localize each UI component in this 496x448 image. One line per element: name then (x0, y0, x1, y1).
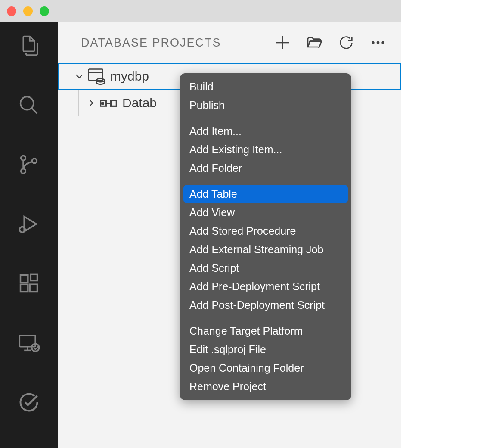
menu-item-remove-project[interactable]: Remove Project (180, 377, 351, 396)
svg-rect-14 (31, 274, 37, 280)
extensions-icon (18, 272, 40, 295)
menu-item-add-folder[interactable]: Add Folder (180, 159, 351, 177)
activity-source-control[interactable] (16, 152, 42, 177)
svg-point-23 (381, 41, 384, 44)
menu-separator (186, 318, 345, 318)
svg-line-1 (32, 108, 37, 114)
window-minimize-button[interactable] (23, 6, 33, 16)
menu-item-add-stored-procedure[interactable]: Add Stored Procedure (180, 222, 351, 240)
tree-project-label: mydbp (110, 69, 149, 84)
more-actions-button[interactable] (369, 34, 387, 51)
ellipsis-icon (369, 34, 387, 51)
tree-child-label: Datab (122, 96, 157, 110)
svg-point-3 (21, 169, 26, 174)
refresh-icon (338, 34, 355, 51)
window-maximize-button[interactable] (40, 6, 49, 16)
menu-separator (186, 118, 345, 118)
svg-point-4 (32, 159, 37, 163)
remote-icon (18, 332, 40, 354)
activity-remote[interactable] (16, 330, 42, 356)
refresh-button[interactable] (338, 34, 355, 51)
menu-item-add-existing-item[interactable]: Add Existing Item... (180, 140, 351, 159)
titlebar (0, 0, 401, 22)
panel-header: DATABASE PROJECTS (58, 22, 401, 63)
context-menu[interactable]: BuildPublishAdd Item...Add Existing Item… (180, 73, 351, 400)
menu-item-publish[interactable]: Publish (180, 96, 351, 115)
window-close-button[interactable] (7, 6, 16, 16)
svg-point-21 (372, 41, 375, 44)
menu-item-change-target-platform[interactable]: Change Target Platform (180, 322, 351, 340)
svg-rect-28 (111, 101, 117, 106)
menu-item-add-view[interactable]: Add View (180, 203, 351, 222)
panel-title: DATABASE PROJECTS (81, 36, 221, 50)
activity-search[interactable] (16, 92, 42, 118)
svg-point-22 (377, 41, 380, 44)
menu-item-build[interactable]: Build (180, 78, 351, 96)
run-debug-icon (18, 213, 40, 235)
app-window: DATABASE PROJECTS (0, 0, 401, 448)
reference-icon (99, 93, 118, 112)
activity-run-debug[interactable] (16, 211, 42, 237)
new-project-button[interactable] (274, 34, 291, 51)
files-icon (18, 34, 40, 57)
activity-extensions[interactable] (16, 271, 42, 296)
menu-item-add-item[interactable]: Add Item... (180, 122, 351, 140)
chevron-right-icon (85, 97, 97, 109)
svg-rect-11 (21, 275, 28, 283)
svg-point-2 (21, 156, 26, 160)
menu-item-open-containing-folder[interactable]: Open Containing Folder (180, 359, 351, 377)
activity-task[interactable] (16, 389, 42, 415)
svg-point-31 (102, 103, 103, 104)
menu-item-add-script[interactable]: Add Script (180, 259, 351, 277)
activity-bar (0, 22, 58, 448)
search-icon (18, 94, 40, 116)
menu-item-add-table[interactable]: Add Table (183, 185, 348, 203)
menu-separator (186, 181, 345, 181)
menu-item-add-post-deployment-script[interactable]: Add Post-Deployment Script (180, 296, 351, 314)
folder-open-icon (306, 34, 323, 51)
chevron-down-icon (73, 70, 85, 82)
source-control-icon (18, 153, 40, 176)
panel-actions (274, 34, 387, 51)
menu-item-edit-sqlproj-file[interactable]: Edit .sqlproj File (180, 340, 351, 359)
menu-item-add-pre-deployment-script[interactable]: Add Pre-Deployment Script (180, 277, 351, 296)
activity-explorer[interactable] (16, 33, 42, 59)
svg-rect-12 (21, 284, 28, 292)
database-project-icon (87, 67, 106, 86)
svg-point-0 (21, 97, 34, 110)
plus-icon (274, 34, 291, 51)
check-circle-icon (18, 391, 40, 414)
menu-item-add-external-streaming-job[interactable]: Add External Streaming Job (180, 240, 351, 259)
open-project-button[interactable] (306, 34, 323, 51)
svg-rect-13 (30, 284, 37, 292)
